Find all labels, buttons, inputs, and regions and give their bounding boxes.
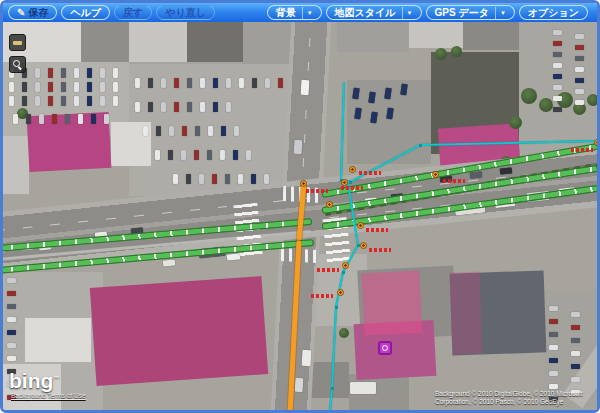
car xyxy=(549,332,558,337)
car xyxy=(148,102,153,112)
map-block xyxy=(90,276,268,386)
car xyxy=(187,102,192,112)
car xyxy=(194,150,199,160)
car xyxy=(553,63,562,68)
car xyxy=(225,174,230,184)
chevron-down-icon[interactable]: ▼ xyxy=(302,7,313,19)
tree xyxy=(587,94,597,106)
gps-node-marker[interactable] xyxy=(349,166,356,173)
measure-tool-button[interactable] xyxy=(9,34,26,51)
tree xyxy=(435,48,447,60)
car xyxy=(74,96,79,106)
car xyxy=(163,259,176,266)
car xyxy=(104,114,109,124)
car xyxy=(7,343,16,348)
node-label xyxy=(571,148,593,152)
car xyxy=(500,167,513,174)
car xyxy=(233,150,238,160)
options-button-label: オプション xyxy=(528,6,579,19)
car xyxy=(22,96,27,106)
map-viewport[interactable]: bing™ Background Terms of Use Background… xyxy=(3,22,597,410)
car xyxy=(78,114,83,124)
map-block xyxy=(463,22,519,50)
car xyxy=(148,78,153,88)
node-label xyxy=(341,186,363,190)
bing-logo: bing™ xyxy=(9,368,59,391)
car xyxy=(221,126,226,136)
car xyxy=(575,34,584,39)
car xyxy=(553,52,562,57)
chevron-down-icon[interactable]: ▼ xyxy=(402,7,413,19)
car xyxy=(226,78,231,88)
copyright-line1: Background © 2010 DigitalGlobe, © 2010 M… xyxy=(435,390,593,398)
car xyxy=(113,96,118,106)
car xyxy=(251,174,256,184)
node-label xyxy=(369,248,391,252)
redo-button-label: やり直し xyxy=(165,6,206,19)
gps-data-menu-button[interactable]: GPS データ ▼ xyxy=(426,5,515,20)
gps-node-marker[interactable] xyxy=(337,289,344,296)
gps-node-marker[interactable] xyxy=(432,171,439,178)
car xyxy=(9,82,14,92)
gps-node-marker[interactable] xyxy=(594,139,598,146)
car xyxy=(212,174,217,184)
car xyxy=(278,78,283,88)
car xyxy=(7,330,16,335)
car xyxy=(227,253,241,260)
background-menu-button[interactable]: 背景 ▼ xyxy=(267,5,322,20)
help-button[interactable]: ヘルプ xyxy=(61,5,110,20)
tree xyxy=(339,328,349,338)
car xyxy=(74,82,79,92)
pencil-icon: ✎ xyxy=(17,8,25,18)
gps-node-marker[interactable] xyxy=(357,222,364,229)
car xyxy=(100,96,105,106)
car xyxy=(207,150,212,160)
map-block xyxy=(409,22,463,48)
car xyxy=(575,45,584,50)
car xyxy=(35,68,40,78)
car xyxy=(113,68,118,78)
car xyxy=(571,377,580,382)
options-button[interactable]: オプション xyxy=(519,5,588,20)
redo-button[interactable]: やり直し xyxy=(156,5,215,20)
car xyxy=(549,319,558,324)
car xyxy=(200,78,205,88)
save-button[interactable]: ✎ 保存 xyxy=(8,5,57,20)
gps-node-marker[interactable] xyxy=(341,179,348,186)
car xyxy=(246,150,251,160)
car xyxy=(213,102,218,112)
car xyxy=(350,382,376,394)
car xyxy=(234,126,239,136)
car xyxy=(575,100,584,105)
car xyxy=(549,371,558,376)
car xyxy=(169,126,174,136)
car xyxy=(22,82,27,92)
zoom-search-button[interactable] xyxy=(9,56,26,73)
background-terms-link[interactable]: Background Terms of Use xyxy=(11,392,86,399)
car xyxy=(87,68,92,78)
car xyxy=(61,96,66,106)
track-vertex xyxy=(419,144,422,147)
gps-track-cyan[interactable] xyxy=(340,82,345,180)
car xyxy=(186,174,191,184)
chevron-down-icon[interactable]: ▼ xyxy=(495,7,506,19)
car xyxy=(571,338,580,343)
gps-node-marker[interactable] xyxy=(360,242,367,249)
car xyxy=(265,78,270,88)
car xyxy=(213,78,218,88)
undo-button[interactable]: 戻す xyxy=(114,5,152,20)
poi-marker[interactable] xyxy=(378,341,392,355)
track-vertex xyxy=(342,271,345,274)
car xyxy=(161,78,166,88)
undo-button-label: 戻す xyxy=(123,6,143,19)
car xyxy=(87,82,92,92)
gps-node-marker[interactable] xyxy=(342,262,349,269)
car xyxy=(61,82,66,92)
car xyxy=(571,351,580,356)
gps-node-marker[interactable] xyxy=(300,180,307,187)
map-style-menu-button[interactable]: 地図スタイル ▼ xyxy=(326,5,422,20)
car xyxy=(294,140,303,154)
car xyxy=(575,78,584,83)
car xyxy=(168,150,173,160)
gps-node-marker[interactable] xyxy=(326,201,333,208)
